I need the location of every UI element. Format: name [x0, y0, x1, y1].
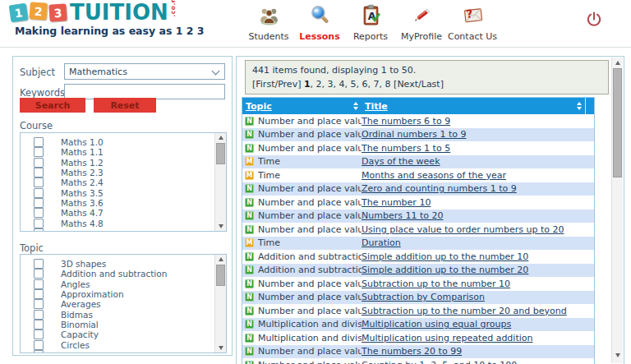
table-row: NAddition and subtractionSimple addition…: [242, 250, 594, 264]
nav-item-lessons[interactable]: Lessons: [294, 4, 345, 42]
topic-checkbox[interactable]: [34, 299, 44, 309]
course-scrollbar-thumb[interactable]: [216, 143, 225, 164]
lesson-title-link[interactable]: The numbers 6 to 9: [362, 116, 450, 127]
lesson-title-link[interactable]: Multiplication using repeated addition: [362, 333, 532, 343]
subject-label: Subject: [20, 67, 55, 78]
table-header: Topic Title: [242, 98, 594, 114]
topic-checkbox[interactable]: [34, 269, 44, 279]
table-row: NNumber and place valueSubtraction up to…: [242, 304, 594, 318]
topic-checkbox[interactable]: [34, 310, 44, 320]
pagination-page-link[interactable]: 2: [316, 79, 322, 90]
pagination-page-link[interactable]: 6: [362, 79, 368, 90]
nav-item-myprofile[interactable]: MyProfile: [396, 4, 447, 42]
lesson-title-link[interactable]: Zero and counting numbers 1 to 9: [362, 183, 517, 194]
topic-label: Addition and subtraction: [61, 269, 167, 279]
top-header: 1 2 3 TUITION .co.nz Making learning as …: [0, 0, 631, 48]
topic-checkbox[interactable]: [34, 279, 44, 289]
course-checkbox[interactable]: [34, 168, 44, 177]
logout-power-icon[interactable]: [585, 11, 603, 29]
lesson-title-link[interactable]: The numbers 20 to 99: [362, 346, 462, 357]
topic-checkbox[interactable]: [34, 259, 44, 269]
topic-badge-icon: N: [245, 225, 254, 234]
table-row: NNumber and place valueSubtraction up to…: [242, 277, 594, 291]
lesson-title-link[interactable]: Multiplication using equal groups: [362, 319, 511, 329]
lesson-title-link[interactable]: Ordinal numbers 1 to 9: [362, 129, 466, 140]
topic-scrollbar-thumb[interactable]: [216, 265, 225, 286]
results-summary-box: 441 items found, displaying 1 to 50. [Fi…: [245, 60, 609, 94]
lesson-title-link[interactable]: Subtraction up to the number 20 and beyo…: [362, 306, 567, 316]
course-row: [21, 228, 226, 232]
course-checkbox[interactable]: [34, 137, 44, 147]
topic-scrollbar[interactable]: [214, 255, 226, 352]
results-scrollbar-thumb[interactable]: [613, 68, 622, 177]
pagination-page-link[interactable]: 4: [339, 79, 345, 90]
lesson-title-link[interactable]: Numbers 11 to 20: [362, 210, 443, 221]
lesson-topic: Multiplication and division: [258, 333, 362, 343]
course-label: Course: [20, 120, 53, 131]
search-button[interactable]: Search: [20, 98, 85, 113]
topic-checkbox[interactable]: [34, 320, 44, 329]
topic-listbox: 3D shapesAddition and subtractionAnglesA…: [20, 254, 227, 353]
table-row: MTimeDays of the week: [242, 155, 594, 169]
lesson-topic: Number and place value: [258, 279, 362, 289]
topic-badge-icon: M: [245, 157, 254, 166]
pagination-page-link[interactable]: 5: [351, 79, 357, 90]
site-logo[interactable]: 1 2 3 TUITION .co.nz Making learning as …: [10, 2, 205, 37]
scroll-up-icon[interactable]: [612, 58, 623, 67]
results-scrollbar[interactable]: [611, 58, 623, 363]
lesson-title-link[interactable]: Days of the week: [362, 156, 440, 167]
nav-item-students[interactable]: Students: [243, 4, 294, 42]
scroll-down-icon[interactable]: [215, 343, 226, 352]
lesson-title-link[interactable]: Simple addition up to the number 20: [362, 265, 528, 275]
lesson-title-link[interactable]: Subtraction by Comparison: [362, 292, 485, 302]
course-scrollbar[interactable]: [214, 133, 226, 231]
course-row: Maths 3.5: [21, 187, 226, 197]
topic-checkbox[interactable]: [34, 329, 44, 339]
course-checkbox[interactable]: [34, 147, 44, 157]
lesson-title-link[interactable]: Duration: [362, 237, 401, 248]
lesson-title-link[interactable]: The numbers 1 to 5: [362, 143, 450, 154]
lesson-title-link[interactable]: Subtraction up to the number 10: [362, 279, 510, 289]
sort-icon: [353, 102, 358, 110]
pagination-page-link[interactable]: 3: [328, 79, 334, 90]
lesson-title-link[interactable]: Using place value to order numbers up to…: [362, 224, 564, 235]
course-checkbox[interactable]: [34, 228, 44, 232]
topic-badge-icon: N: [245, 306, 254, 316]
course-checkbox[interactable]: [34, 198, 44, 208]
table-row: MTimeMonths and seasons of the year: [242, 168, 594, 182]
topic-badge-icon: M: [245, 171, 254, 180]
scroll-down-icon[interactable]: [612, 351, 623, 360]
table-row: NNumber and place valueThe numbers 20 to…: [242, 345, 594, 359]
nav-item-contactus[interactable]: ? Contact Us: [447, 4, 498, 42]
nav-item-reports[interactable]: A Reports: [345, 4, 396, 42]
lesson-title-link[interactable]: Months and seasons of the year: [362, 170, 506, 181]
course-checkbox[interactable]: [34, 158, 44, 168]
logo-brand: 1 2 3 TUITION .co.nz: [10, 2, 205, 22]
lesson-title-link[interactable]: Counting by 1, 2, 5, and 10 to 100: [362, 360, 517, 364]
reset-button[interactable]: Reset: [94, 98, 156, 113]
lesson-title-link[interactable]: Simple addition up to the number 10: [362, 251, 528, 262]
topic-checkbox[interactable]: [34, 340, 44, 350]
lesson-title-link[interactable]: The number 10: [362, 197, 431, 208]
pagination-last-link[interactable]: Last: [421, 79, 440, 90]
topic-badge-icon: N: [245, 320, 254, 329]
scroll-down-icon[interactable]: [215, 222, 226, 231]
topic-checkbox[interactable]: [34, 289, 44, 299]
column-header-topic[interactable]: Topic: [242, 98, 362, 114]
table-row: NNumber and place valueThe numbers 6 to …: [242, 114, 594, 128]
pagination-next-link[interactable]: Next: [397, 79, 418, 90]
topic-row: Bidmas: [21, 309, 226, 319]
topic-checkbox[interactable]: [34, 350, 44, 353]
course-checkbox[interactable]: [34, 188, 44, 198]
course-checkbox[interactable]: [34, 177, 44, 187]
pagination-page-link[interactable]: 8: [385, 79, 391, 90]
column-header-title[interactable]: Title: [362, 98, 585, 114]
subject-select[interactable]: Mathematics: [64, 63, 225, 80]
course-checkbox[interactable]: [34, 208, 44, 218]
topic-row: Approximation: [21, 289, 226, 299]
pagination-page-link[interactable]: 7: [374, 79, 380, 90]
scroll-up-icon[interactable]: [215, 133, 226, 142]
course-checkbox[interactable]: [34, 219, 44, 228]
topic-badge-icon: N: [245, 361, 254, 364]
scroll-up-icon[interactable]: [215, 255, 226, 264]
